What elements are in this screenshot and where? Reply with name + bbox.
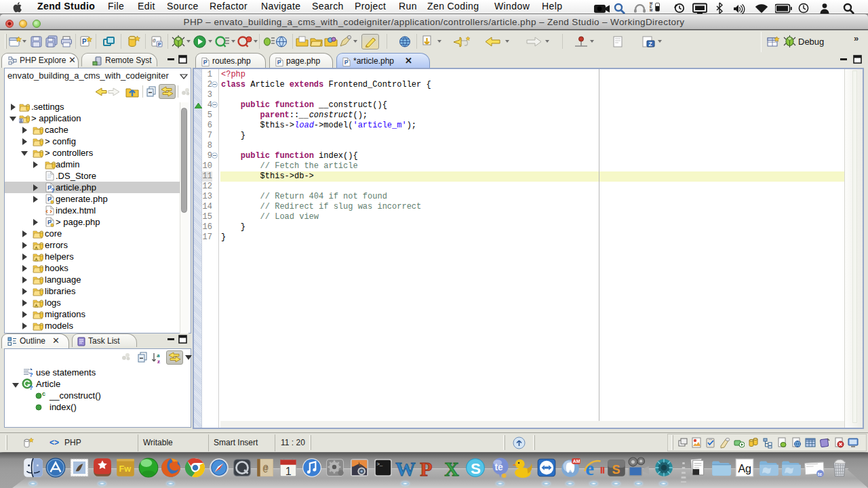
svg-text:1: 1 — [285, 466, 292, 477]
svg-text:P: P — [420, 458, 432, 479]
svg-text:?: ? — [51, 187, 55, 192]
svg-text:P: P — [344, 59, 349, 66]
svg-text:W: W — [395, 458, 416, 479]
svg-text:>_: >_ — [376, 462, 382, 467]
svg-text:P: P — [203, 59, 208, 66]
svg-text:?: ? — [29, 384, 33, 390]
svg-text:S: S — [612, 463, 620, 476]
svg-text:Z: Z — [649, 41, 652, 47]
svg-text:te: te — [818, 471, 823, 477]
svg-text:?: ? — [29, 371, 33, 378]
svg-text:@: @ — [263, 464, 269, 474]
svg-text:X: X — [444, 458, 459, 479]
svg-text:AM: AM — [573, 459, 580, 464]
svg-text:Ag: Ag — [738, 463, 751, 474]
svg-text:te: te — [494, 462, 503, 472]
svg-text:c: c — [42, 390, 45, 397]
svg-text:z: z — [157, 358, 160, 364]
svg-text:Fw: Fw — [119, 464, 131, 474]
svg-text:P: P — [158, 42, 161, 47]
svg-text:S: S — [471, 460, 481, 477]
svg-text:P: P — [82, 38, 87, 45]
svg-text:P: P — [277, 59, 281, 66]
svg-text:@: @ — [153, 37, 156, 43]
